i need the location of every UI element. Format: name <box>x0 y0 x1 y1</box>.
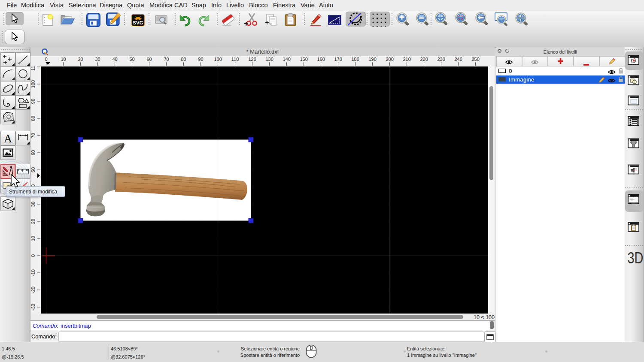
svg-text:40: 40 <box>112 57 117 62</box>
svg-text:160: 160 <box>317 57 325 62</box>
svg-text:90: 90 <box>30 99 36 104</box>
svg-text:10: 10 <box>30 236 36 241</box>
svg-text:30: 30 <box>30 202 36 207</box>
svg-text:220: 220 <box>420 57 428 62</box>
svg-text:230: 230 <box>437 57 445 62</box>
svg-text:A: A <box>4 132 12 145</box>
svg-text:30: 30 <box>95 57 100 62</box>
svg-text:50: 50 <box>129 57 134 62</box>
svg-text:140: 140 <box>283 57 290 62</box>
svg-text:60: 60 <box>146 57 152 62</box>
svg-text:200: 200 <box>386 57 393 62</box>
svg-text:80: 80 <box>30 116 36 121</box>
svg-text:180: 180 <box>351 57 359 62</box>
svg-text:110: 110 <box>231 57 239 62</box>
svg-text:60: 60 <box>30 150 36 155</box>
svg-text:150: 150 <box>300 57 307 62</box>
svg-text:130: 130 <box>265 57 273 62</box>
svg-text:100: 100 <box>214 57 222 62</box>
svg-text:10: 10 <box>61 57 66 62</box>
svg-text:80: 80 <box>181 57 186 62</box>
svg-text:20: 20 <box>30 219 36 224</box>
svg-text:170: 170 <box>334 57 342 62</box>
svg-text:70: 70 <box>164 57 169 62</box>
svg-text:-10: -10 <box>30 269 36 276</box>
svg-text:0: 0 <box>45 57 48 62</box>
svg-text:120: 120 <box>248 57 256 62</box>
svg-text:70: 70 <box>30 133 36 138</box>
svg-text:240: 240 <box>454 57 462 62</box>
svg-text:110: 110 <box>30 66 36 71</box>
svg-text:20: 20 <box>78 57 83 62</box>
svg-text:190: 190 <box>368 57 376 62</box>
svg-text:250: 250 <box>471 57 479 62</box>
svg-text:90: 90 <box>198 57 203 62</box>
svg-text:SVG: SVG <box>133 20 143 25</box>
svg-text:0: 0 <box>30 254 36 257</box>
svg-text:210: 210 <box>403 57 410 62</box>
svg-text:-30: -30 <box>30 304 36 311</box>
svg-text:100: 100 <box>30 80 36 88</box>
svg-text:-20: -20 <box>30 287 36 293</box>
